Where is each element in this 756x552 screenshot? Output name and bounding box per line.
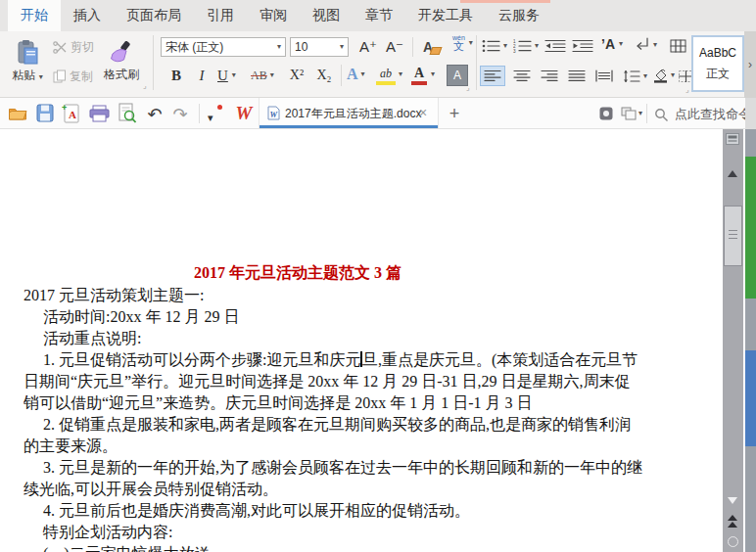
- char-shading-button[interactable]: A: [447, 65, 468, 86]
- select-browse-object-button[interactable]: [728, 536, 738, 547]
- tab-references[interactable]: 引用: [194, 0, 247, 31]
- paragraph-mark-button[interactable]: ▾: [635, 37, 657, 52]
- tab-home[interactable]: 开始: [8, 0, 61, 31]
- text-after-cursor: 旦,重点是庆元旦。(本策划适合在元旦节: [362, 351, 638, 368]
- paragraph-line[interactable]: 日期间“庆元旦”举行。迎元旦时间选择是 20xx 年 12 月 29 日-31 …: [24, 371, 721, 392]
- highlight-button[interactable]: ab ▾: [376, 64, 402, 85]
- grow-font-button[interactable]: A⁺: [356, 36, 380, 58]
- font-size-select[interactable]: 10▾: [290, 37, 349, 57]
- tab-review[interactable]: 审阅: [247, 0, 300, 31]
- previous-page-button[interactable]: [728, 515, 737, 528]
- justify-button[interactable]: [564, 66, 590, 86]
- new-tab-button[interactable]: +: [445, 102, 464, 125]
- distribute-button[interactable]: [591, 66, 617, 86]
- italic-button[interactable]: I: [194, 65, 210, 86]
- clear-format-button[interactable]: A: [419, 36, 445, 58]
- pinyin-guide-button[interactable]: wén 文 ▾: [452, 34, 473, 52]
- tab-dev-tools[interactable]: 开发工具: [405, 0, 486, 31]
- document-text: 2017 元旦活动策划主题一: 活动时间:20xx 年 12 月 29 日 活动…: [24, 285, 721, 552]
- bullet-list-button[interactable]: ▾: [482, 39, 507, 53]
- font-name-select[interactable]: 宋体 (正文)▾: [161, 37, 286, 57]
- increase-indent-button[interactable]: [572, 39, 593, 53]
- align-right-button[interactable]: [537, 66, 562, 86]
- numbered-list-button[interactable]: 123 ▾: [513, 39, 539, 53]
- redo-button[interactable]: ↷: [170, 103, 190, 124]
- align-center-icon: [513, 69, 531, 82]
- paragraph-line[interactable]: (一)二元家电惊爆大放送: [24, 543, 721, 552]
- paragraph-line[interactable]: 特别企划活动内容:: [24, 522, 721, 543]
- scroll-down-arrow[interactable]: [728, 497, 737, 504]
- find-command-hint: 点此查找命令: [675, 106, 751, 123]
- align-left-button[interactable]: [480, 66, 505, 86]
- paragraph-shading-button[interactable]: ▾: [652, 65, 675, 86]
- print-preview-button[interactable]: [118, 103, 137, 123]
- paragraph-line[interactable]: 活动重点说明:: [24, 328, 721, 349]
- find-command-box[interactable]: 点此查找命令: [654, 106, 751, 123]
- tab-view[interactable]: 视图: [300, 0, 353, 31]
- clipboard-dialog-launcher[interactable]: ⌟: [143, 82, 147, 90]
- skin-button[interactable]: [599, 107, 613, 120]
- customize-toolbar-button[interactable]: ▾: [208, 108, 213, 125]
- wps-logo[interactable]: W: [233, 102, 255, 125]
- save-button[interactable]: [36, 104, 54, 122]
- text-effects-button[interactable]: A ▾: [347, 64, 365, 85]
- strikethrough-button[interactable]: AB ▾: [251, 65, 274, 86]
- insert-table-button[interactable]: [670, 39, 686, 53]
- tab-section[interactable]: 章节: [353, 0, 405, 31]
- scroll-up-arrow[interactable]: [728, 170, 737, 177]
- tab-page-layout[interactable]: 页面布局: [114, 0, 194, 31]
- font-color-button[interactable]: A ▾: [411, 64, 435, 85]
- paragraph-line[interactable]: 2. 促销重点是服装和家电,两者是顾客在元旦期间购买较多的商品,也是商家的销售利…: [24, 414, 721, 436]
- scrollbar-thumb[interactable]: [724, 206, 742, 266]
- open-file-button[interactable]: [8, 106, 27, 121]
- chevron-down-icon: ▾: [340, 43, 344, 51]
- paragraph-line[interactable]: 3. 元旦是新的一年的开始,为了感谢会员顾客在过去一年中的长期回顾和新的一年中的…: [24, 457, 721, 479]
- chevron-down-icon: ▾: [535, 42, 539, 50]
- decrease-indent-icon: [544, 39, 566, 53]
- chevron-down-icon: ▾: [638, 110, 642, 117]
- window-switch-icon: [621, 107, 637, 120]
- line-spacing-button[interactable]: ▾: [623, 66, 647, 86]
- paragraph-line[interactable]: 4. 元旦前后也是婚庆消费高潮,对此可以展开相应的促销活动。: [24, 500, 721, 522]
- shrink-font-button[interactable]: A⁻: [383, 36, 406, 58]
- paragraph-line[interactable]: 销可以借助“迎元旦”来造势。庆元旦时间选择是 20xx 年 1 月 1 日-1 …: [24, 392, 721, 414]
- superscript-button[interactable]: X²: [284, 65, 309, 86]
- subscript-button[interactable]: X₂: [311, 65, 337, 86]
- svg-text:+: +: [62, 103, 67, 113]
- font-dialog-launcher[interactable]: ⌟: [466, 84, 470, 92]
- copy-button[interactable]: 复制: [53, 69, 93, 84]
- undo-button[interactable]: ↶: [145, 103, 165, 124]
- document-title[interactable]: 2017 年元旦活动主题范文 3 篇: [24, 263, 572, 284]
- edge-blue-strip: [745, 350, 756, 446]
- char-scale-button[interactable]: ʼA ▾: [601, 36, 623, 52]
- cut-button[interactable]: 剪切: [53, 39, 94, 55]
- paragraph-line[interactable]: 的主要来源。: [24, 436, 721, 457]
- style-gallery-item[interactable]: AaBbC 正文: [691, 35, 744, 92]
- paragraph-line-with-cursor[interactable]: 1. 元旦促销活动可以分两个步骤:迎元旦和庆元旦,重点是庆元旦。(本策划适合在元…: [24, 349, 721, 371]
- underline-button[interactable]: U ▾: [217, 65, 236, 86]
- align-center-button[interactable]: [509, 66, 535, 86]
- format-painter-button[interactable]: 格式刷: [98, 33, 145, 90]
- paragraph-line[interactable]: 续光临,可以开展会员特别促销活动。: [24, 479, 721, 500]
- print-button[interactable]: [89, 105, 110, 122]
- document-tab[interactable]: W 2017年元旦活动主题.docx ×: [259, 98, 439, 128]
- doc-file-icon: W: [267, 106, 280, 120]
- decrease-indent-button[interactable]: [544, 39, 566, 53]
- tab-cloud[interactable]: 云服务: [486, 0, 552, 31]
- paragraph-line[interactable]: 2017 元旦活动策划主题一:: [24, 285, 721, 306]
- close-tab-icon[interactable]: ×: [419, 105, 427, 120]
- tab-insert[interactable]: 插入: [61, 0, 114, 31]
- menu-bar: 开始 插入 页面布局 引用 审阅 视图 章节 开发工具 云服务: [0, 0, 756, 31]
- paste-button[interactable]: 粘贴 ▾: [6, 33, 49, 90]
- bold-button[interactable]: B: [166, 65, 186, 86]
- paragraph-line[interactable]: 活动时间:20xx 年 12 月 29 日: [24, 306, 721, 328]
- document-page[interactable]: 2017 年元旦活动主题范文 3 篇 2017 元旦活动策划主题一: 活动时间:…: [0, 129, 756, 552]
- export-pdf-button[interactable]: A +: [62, 103, 80, 123]
- paragraph-dialog-launcher[interactable]: ⌟: [685, 86, 689, 94]
- eraser-icon: [430, 47, 443, 55]
- style-gallery-expander[interactable]: ›: [744, 31, 756, 98]
- char-scale-icon: ʼA: [601, 36, 615, 52]
- vertical-scrollbar[interactable]: [723, 129, 743, 552]
- window-switch-button[interactable]: ▾: [621, 107, 642, 120]
- ruler-toggle-icon[interactable]: [726, 133, 739, 145]
